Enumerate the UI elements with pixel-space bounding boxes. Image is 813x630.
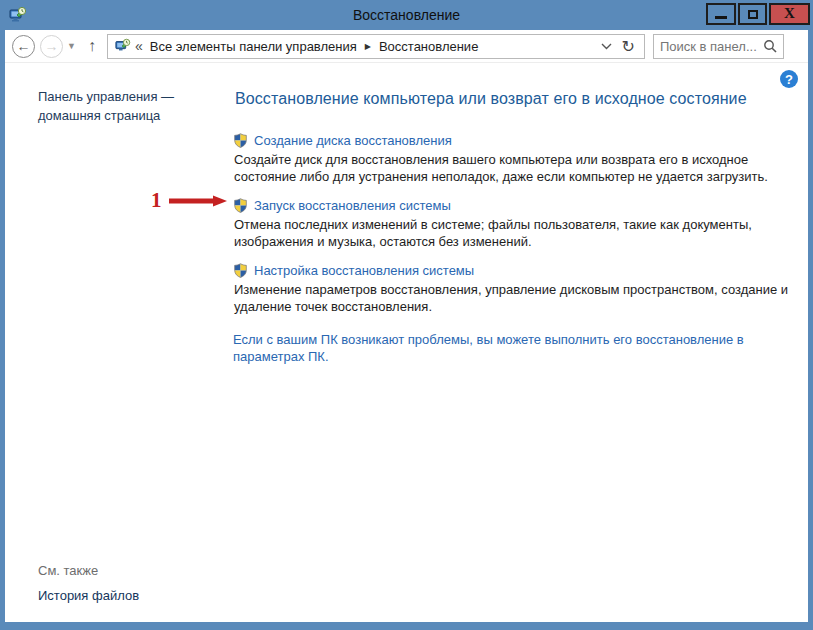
task-description: Создайте диск для восстановления вашего … <box>234 151 806 185</box>
page-title: Восстановление компьютера или возврат ег… <box>235 90 808 108</box>
titlebar[interactable]: Восстановление X <box>0 0 813 30</box>
content-area: Панель управления — домашняя страница См… <box>5 63 808 622</box>
task-open-system-restore: Запуск восстановления системы Отмена пос… <box>233 198 808 250</box>
sidebar-item-control-panel-home[interactable]: Панель управления — домашняя страница <box>38 87 193 125</box>
forward-icon: → <box>45 38 59 54</box>
breadcrumb-root[interactable]: Все элементы панели управления <box>150 39 357 54</box>
help-icon[interactable]: ? <box>780 70 798 88</box>
main-panel: ? Восстановление компьютера или возврат … <box>233 63 808 622</box>
link-create-recovery-drive[interactable]: Создание диска восстановления <box>254 133 452 148</box>
recovery-window: Восстановление X ← → ▼ ↑ <box>0 0 813 630</box>
recent-pages-dropdown[interactable]: ▼ <box>67 41 76 51</box>
annotation-callout-1: 1 <box>151 190 227 211</box>
breadcrumb-current[interactable]: Восстановление <box>379 39 478 54</box>
sidebar: Панель управления — домашняя страница См… <box>5 63 233 622</box>
breadcrumb-overflow-icon[interactable]: « <box>135 38 143 54</box>
task-link-row: Создание диска восстановления <box>233 133 808 148</box>
see-also-label: См. также <box>38 563 139 578</box>
address-dropdown-icon[interactable] <box>601 43 612 50</box>
annotation-number: 1 <box>151 190 162 211</box>
task-create-recovery-drive: Создание диска восстановления Создайте д… <box>233 133 808 185</box>
uac-shield-icon <box>233 263 248 278</box>
search-input[interactable] <box>660 39 763 54</box>
task-link-row: Настройка восстановления системы <box>233 263 808 278</box>
address-bar[interactable]: « Все элементы панели управления ▶ Восст… <box>107 34 645 59</box>
task-list: Создание диска восстановления Создайте д… <box>233 133 808 315</box>
task-description: Отмена последних изменений в системе; фа… <box>234 216 806 250</box>
uac-shield-icon <box>233 133 248 148</box>
window-title: Восстановление <box>0 0 813 30</box>
minimize-icon <box>715 16 727 19</box>
up-button[interactable]: ↑ <box>88 37 96 55</box>
link-open-system-restore[interactable]: Запуск восстановления системы <box>254 198 451 213</box>
maximize-icon <box>748 10 758 19</box>
sidebar-item-file-history[interactable]: История файлов <box>38 588 139 603</box>
task-link-row: Запуск восстановления системы <box>233 198 808 213</box>
search-box[interactable] <box>653 34 784 59</box>
see-also-section: См. также История файлов <box>38 563 139 603</box>
search-icon[interactable] <box>763 39 777 53</box>
maximize-button[interactable] <box>738 3 767 25</box>
annotation-arrow-icon <box>169 195 227 207</box>
task-configure-system-restore: Настройка восстановления системы Изменен… <box>233 263 808 315</box>
window-controls: X <box>706 3 810 25</box>
link-pc-settings-recovery[interactable]: Если с вашим ПК возникают проблемы, вы м… <box>233 331 808 365</box>
system-restore-icon <box>115 38 131 54</box>
minimize-button[interactable] <box>706 3 736 25</box>
close-icon: X <box>784 6 795 21</box>
link-configure-system-restore[interactable]: Настройка восстановления системы <box>254 263 474 278</box>
back-icon: ← <box>17 38 31 54</box>
back-button[interactable]: ← <box>12 35 35 58</box>
close-button[interactable]: X <box>769 3 810 25</box>
breadcrumb-separator-icon: ▶ <box>365 42 371 51</box>
uac-shield-icon <box>233 198 248 213</box>
navigation-toolbar: ← → ▼ ↑ « Все элементы панели управления… <box>5 30 808 63</box>
refresh-icon[interactable]: ↻ <box>622 37 635 56</box>
forward-button[interactable]: → <box>40 35 63 58</box>
task-description: Изменение параметров восстановления, упр… <box>234 281 806 315</box>
